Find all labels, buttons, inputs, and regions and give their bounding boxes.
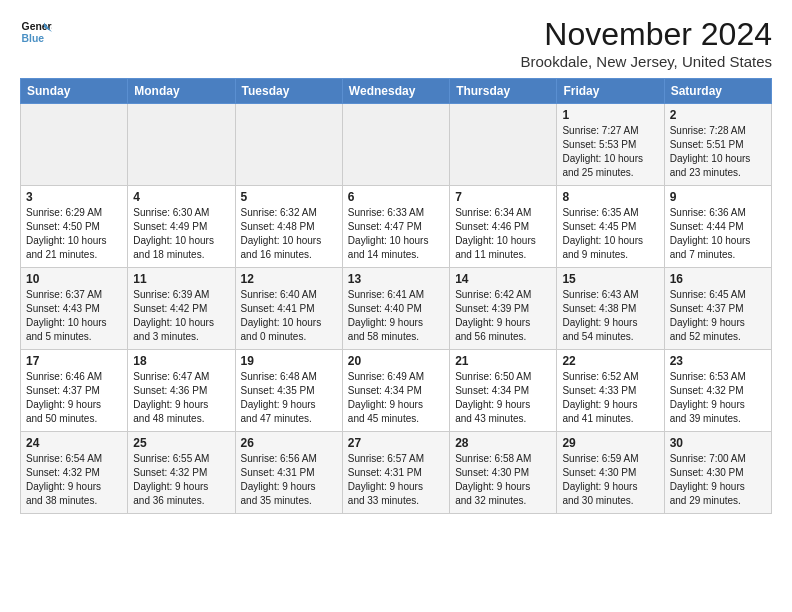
cell-content: Sunrise: 7:00 AM Sunset: 4:30 PM Dayligh… <box>670 452 766 508</box>
calendar-cell: 4Sunrise: 6:30 AM Sunset: 4:49 PM Daylig… <box>128 186 235 268</box>
calendar-cell: 29Sunrise: 6:59 AM Sunset: 4:30 PM Dayli… <box>557 432 664 514</box>
calendar-cell: 5Sunrise: 6:32 AM Sunset: 4:48 PM Daylig… <box>235 186 342 268</box>
calendar-cell <box>342 104 449 186</box>
cell-content: Sunrise: 6:50 AM Sunset: 4:34 PM Dayligh… <box>455 370 551 426</box>
calendar-week-row: 3Sunrise: 6:29 AM Sunset: 4:50 PM Daylig… <box>21 186 772 268</box>
day-number: 27 <box>348 436 444 450</box>
day-number: 17 <box>26 354 122 368</box>
cell-content: Sunrise: 6:53 AM Sunset: 4:32 PM Dayligh… <box>670 370 766 426</box>
calendar-cell: 26Sunrise: 6:56 AM Sunset: 4:31 PM Dayli… <box>235 432 342 514</box>
day-number: 21 <box>455 354 551 368</box>
location-subtitle: Brookdale, New Jersey, United States <box>520 53 772 70</box>
day-number: 16 <box>670 272 766 286</box>
cell-content: Sunrise: 6:29 AM Sunset: 4:50 PM Dayligh… <box>26 206 122 262</box>
header-day: Thursday <box>450 79 557 104</box>
calendar-cell: 12Sunrise: 6:40 AM Sunset: 4:41 PM Dayli… <box>235 268 342 350</box>
day-number: 9 <box>670 190 766 204</box>
calendar-cell: 27Sunrise: 6:57 AM Sunset: 4:31 PM Dayli… <box>342 432 449 514</box>
day-number: 1 <box>562 108 658 122</box>
calendar-cell <box>450 104 557 186</box>
header-day: Saturday <box>664 79 771 104</box>
calendar-cell: 8Sunrise: 6:35 AM Sunset: 4:45 PM Daylig… <box>557 186 664 268</box>
day-number: 30 <box>670 436 766 450</box>
day-number: 5 <box>241 190 337 204</box>
calendar-cell <box>21 104 128 186</box>
header-day: Tuesday <box>235 79 342 104</box>
cell-content: Sunrise: 6:34 AM Sunset: 4:46 PM Dayligh… <box>455 206 551 262</box>
header-day: Sunday <box>21 79 128 104</box>
day-number: 15 <box>562 272 658 286</box>
calendar-table: SundayMondayTuesdayWednesdayThursdayFrid… <box>20 78 772 514</box>
cell-content: Sunrise: 6:57 AM Sunset: 4:31 PM Dayligh… <box>348 452 444 508</box>
calendar-cell: 18Sunrise: 6:47 AM Sunset: 4:36 PM Dayli… <box>128 350 235 432</box>
cell-content: Sunrise: 6:42 AM Sunset: 4:39 PM Dayligh… <box>455 288 551 344</box>
day-number: 18 <box>133 354 229 368</box>
calendar-cell: 19Sunrise: 6:48 AM Sunset: 4:35 PM Dayli… <box>235 350 342 432</box>
day-number: 20 <box>348 354 444 368</box>
cell-content: Sunrise: 6:40 AM Sunset: 4:41 PM Dayligh… <box>241 288 337 344</box>
cell-content: Sunrise: 6:37 AM Sunset: 4:43 PM Dayligh… <box>26 288 122 344</box>
calendar-cell: 11Sunrise: 6:39 AM Sunset: 4:42 PM Dayli… <box>128 268 235 350</box>
calendar-week-row: 10Sunrise: 6:37 AM Sunset: 4:43 PM Dayli… <box>21 268 772 350</box>
day-number: 11 <box>133 272 229 286</box>
calendar-cell: 17Sunrise: 6:46 AM Sunset: 4:37 PM Dayli… <box>21 350 128 432</box>
calendar-week-row: 24Sunrise: 6:54 AM Sunset: 4:32 PM Dayli… <box>21 432 772 514</box>
calendar-cell: 6Sunrise: 6:33 AM Sunset: 4:47 PM Daylig… <box>342 186 449 268</box>
cell-content: Sunrise: 6:30 AM Sunset: 4:49 PM Dayligh… <box>133 206 229 262</box>
calendar-cell: 7Sunrise: 6:34 AM Sunset: 4:46 PM Daylig… <box>450 186 557 268</box>
calendar-cell: 30Sunrise: 7:00 AM Sunset: 4:30 PM Dayli… <box>664 432 771 514</box>
day-number: 23 <box>670 354 766 368</box>
cell-content: Sunrise: 6:58 AM Sunset: 4:30 PM Dayligh… <box>455 452 551 508</box>
calendar-cell <box>128 104 235 186</box>
cell-content: Sunrise: 7:27 AM Sunset: 5:53 PM Dayligh… <box>562 124 658 180</box>
cell-content: Sunrise: 6:48 AM Sunset: 4:35 PM Dayligh… <box>241 370 337 426</box>
header-day: Friday <box>557 79 664 104</box>
svg-text:Blue: Blue <box>22 33 45 44</box>
logo: General Blue <box>20 16 52 48</box>
cell-content: Sunrise: 6:47 AM Sunset: 4:36 PM Dayligh… <box>133 370 229 426</box>
cell-content: Sunrise: 6:45 AM Sunset: 4:37 PM Dayligh… <box>670 288 766 344</box>
cell-content: Sunrise: 6:39 AM Sunset: 4:42 PM Dayligh… <box>133 288 229 344</box>
calendar-cell: 10Sunrise: 6:37 AM Sunset: 4:43 PM Dayli… <box>21 268 128 350</box>
calendar-cell: 24Sunrise: 6:54 AM Sunset: 4:32 PM Dayli… <box>21 432 128 514</box>
day-number: 6 <box>348 190 444 204</box>
calendar-cell: 14Sunrise: 6:42 AM Sunset: 4:39 PM Dayli… <box>450 268 557 350</box>
title-block: November 2024 Brookdale, New Jersey, Uni… <box>520 16 772 70</box>
cell-content: Sunrise: 6:56 AM Sunset: 4:31 PM Dayligh… <box>241 452 337 508</box>
day-number: 29 <box>562 436 658 450</box>
calendar-cell: 13Sunrise: 6:41 AM Sunset: 4:40 PM Dayli… <box>342 268 449 350</box>
calendar-cell: 9Sunrise: 6:36 AM Sunset: 4:44 PM Daylig… <box>664 186 771 268</box>
calendar-cell: 16Sunrise: 6:45 AM Sunset: 4:37 PM Dayli… <box>664 268 771 350</box>
day-number: 7 <box>455 190 551 204</box>
cell-content: Sunrise: 6:33 AM Sunset: 4:47 PM Dayligh… <box>348 206 444 262</box>
calendar-cell: 21Sunrise: 6:50 AM Sunset: 4:34 PM Dayli… <box>450 350 557 432</box>
cell-content: Sunrise: 6:41 AM Sunset: 4:40 PM Dayligh… <box>348 288 444 344</box>
calendar-cell: 25Sunrise: 6:55 AM Sunset: 4:32 PM Dayli… <box>128 432 235 514</box>
calendar-cell: 22Sunrise: 6:52 AM Sunset: 4:33 PM Dayli… <box>557 350 664 432</box>
cell-content: Sunrise: 6:55 AM Sunset: 4:32 PM Dayligh… <box>133 452 229 508</box>
day-number: 25 <box>133 436 229 450</box>
day-number: 3 <box>26 190 122 204</box>
cell-content: Sunrise: 6:43 AM Sunset: 4:38 PM Dayligh… <box>562 288 658 344</box>
calendar-cell: 3Sunrise: 6:29 AM Sunset: 4:50 PM Daylig… <box>21 186 128 268</box>
month-title: November 2024 <box>520 16 772 53</box>
cell-content: Sunrise: 6:32 AM Sunset: 4:48 PM Dayligh… <box>241 206 337 262</box>
cell-content: Sunrise: 6:36 AM Sunset: 4:44 PM Dayligh… <box>670 206 766 262</box>
cell-content: Sunrise: 6:52 AM Sunset: 4:33 PM Dayligh… <box>562 370 658 426</box>
day-number: 10 <box>26 272 122 286</box>
day-number: 2 <box>670 108 766 122</box>
page-header: General Blue November 2024 Brookdale, Ne… <box>20 16 772 70</box>
calendar-cell: 1Sunrise: 7:27 AM Sunset: 5:53 PM Daylig… <box>557 104 664 186</box>
calendar-cell: 28Sunrise: 6:58 AM Sunset: 4:30 PM Dayli… <box>450 432 557 514</box>
calendar-cell <box>235 104 342 186</box>
cell-content: Sunrise: 6:54 AM Sunset: 4:32 PM Dayligh… <box>26 452 122 508</box>
header-day: Wednesday <box>342 79 449 104</box>
day-number: 12 <box>241 272 337 286</box>
day-number: 22 <box>562 354 658 368</box>
calendar-header-row: SundayMondayTuesdayWednesdayThursdayFrid… <box>21 79 772 104</box>
day-number: 28 <box>455 436 551 450</box>
logo-icon: General Blue <box>20 16 52 48</box>
day-number: 13 <box>348 272 444 286</box>
cell-content: Sunrise: 6:35 AM Sunset: 4:45 PM Dayligh… <box>562 206 658 262</box>
calendar-week-row: 17Sunrise: 6:46 AM Sunset: 4:37 PM Dayli… <box>21 350 772 432</box>
